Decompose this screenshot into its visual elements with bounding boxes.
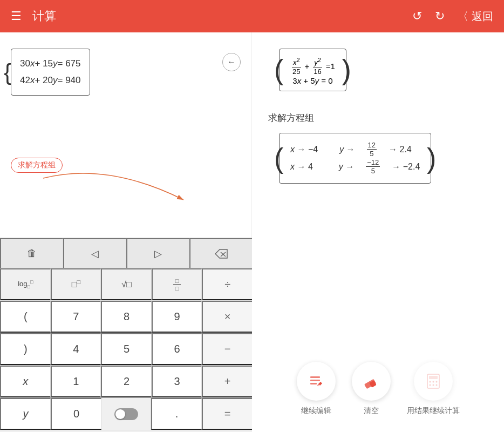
- equation-line-2: 42x + 20y = 940: [20, 72, 81, 89]
- result-r2-ydec: → −2.4: [392, 158, 420, 176]
- result-row-1: x → −4 y → 12 5 → 2.4: [290, 141, 420, 158]
- key-8[interactable]: 8: [101, 301, 152, 333]
- key-4[interactable]: 4: [51, 333, 101, 365]
- action-buttons: 继续编辑 清空: [297, 362, 460, 416]
- key-equals[interactable]: =: [202, 398, 252, 430]
- keyboard-row-456: ) 4 5 6 −: [0, 333, 252, 366]
- key-y[interactable]: y: [0, 398, 51, 430]
- svg-point-16: [435, 384, 437, 386]
- result-r1-x: x → −4: [290, 141, 318, 158]
- continue-edit-label: 继续编辑: [301, 406, 331, 416]
- left-panel: 30x + 15y = 675 42x + 20y = 940 ← 求解方程组: [0, 32, 252, 238]
- keyboard-row-123: x 1 2 3 +: [0, 366, 252, 398]
- svg-rect-4: [310, 380, 320, 381]
- solve-result-label: 求解方程组: [268, 112, 488, 124]
- menu-icon[interactable]: ☰: [11, 9, 22, 23]
- key-log[interactable]: log□□: [0, 268, 51, 300]
- header-actions: ↺ ↻ 〈 返回: [412, 9, 493, 24]
- key-divide[interactable]: ÷: [202, 268, 252, 300]
- toggle-knob: [115, 409, 125, 419]
- use-result-container: 用结果继续计算: [407, 362, 460, 416]
- equation-line-1: 30x + 15y = 675: [20, 56, 81, 72]
- prev-button[interactable]: ◁: [63, 238, 126, 268]
- key-close-paren[interactable]: ): [0, 333, 51, 365]
- svg-point-14: [429, 384, 431, 386]
- result-r1-yfrac: 12 5: [367, 141, 377, 158]
- key-0[interactable]: 0: [51, 398, 101, 430]
- key-3[interactable]: 3: [152, 366, 202, 397]
- svg-point-11: [429, 381, 431, 383]
- result-r1-ydec: → 2.4: [389, 141, 412, 158]
- key-7[interactable]: 7: [51, 301, 101, 333]
- redo-button[interactable]: ↻: [435, 9, 445, 23]
- result-box: x → −4 y → 12 5 → 2.4 x → 4 y → −12 5: [279, 133, 431, 184]
- key-2[interactable]: 2: [101, 366, 152, 397]
- sys-eq-frac2: y216: [311, 57, 323, 76]
- key-multiply[interactable]: ×: [202, 301, 252, 333]
- system-eq-display: x225 + y216 =1 3x + 5y = 0: [279, 49, 346, 91]
- keyboard-row-functions: log□□ □□ √□ □ □ ÷: [0, 268, 252, 301]
- key-9[interactable]: 9: [152, 301, 202, 333]
- backspace-key-button[interactable]: [189, 238, 252, 268]
- key-dot[interactable]: .: [151, 398, 202, 430]
- undo-button[interactable]: ↺: [412, 9, 422, 23]
- key-fraction[interactable]: □ □: [152, 268, 202, 300]
- right-panel: x225 + y216 =1 3x + 5y = 0 求解方程组 x → −4 …: [252, 32, 504, 238]
- key-x[interactable]: x: [0, 366, 51, 397]
- continue-edit-container: 继续编辑: [297, 362, 336, 416]
- toggle-switch[interactable]: [114, 408, 138, 420]
- key-sqrt[interactable]: √□: [101, 268, 152, 300]
- svg-point-13: [435, 381, 437, 383]
- app-header: ☰ 计算 ↺ ↻ 〈 返回: [0, 0, 504, 32]
- svg-point-12: [432, 381, 434, 383]
- svg-point-15: [432, 384, 434, 386]
- back-button[interactable]: 〈 返回: [458, 9, 493, 24]
- main-content: 30x + 15y = 675 42x + 20y = 940 ← 求解方程组 …: [0, 32, 504, 238]
- keyboard-row-y0: y 0 . =: [0, 398, 252, 430]
- edit-icon: [308, 373, 325, 390]
- clear-button[interactable]: [352, 362, 391, 401]
- next-button[interactable]: ▷: [126, 238, 189, 268]
- key-6[interactable]: 6: [152, 333, 202, 365]
- use-result-label: 用结果继续计算: [407, 406, 460, 416]
- key-minus[interactable]: −: [202, 333, 252, 365]
- use-result-button[interactable]: [414, 362, 453, 401]
- result-r2-x: x → 4: [290, 158, 313, 176]
- svg-rect-3: [310, 376, 320, 378]
- continue-edit-button[interactable]: [297, 362, 336, 401]
- svg-rect-10: [429, 376, 438, 379]
- key-1[interactable]: 1: [51, 366, 101, 397]
- calculator-icon: [425, 373, 441, 389]
- key-5[interactable]: 5: [101, 333, 152, 365]
- delete-button[interactable]: 🗑: [0, 238, 63, 268]
- keyboard: 🗑 ◁ ▷ log□□ □□ √□: [0, 238, 252, 432]
- eraser-icon: [362, 372, 381, 391]
- input-equation-box: 30x + 15y = 675 42x + 20y = 940: [11, 49, 90, 96]
- key-plus[interactable]: +: [202, 366, 252, 397]
- result-row-2: x → 4 y → −12 5 → −2.4: [290, 158, 420, 176]
- keyboard-row-789: ( 7 8 9 ×: [0, 301, 252, 333]
- keyboard-top-row: 🗑 ◁ ▷: [0, 238, 252, 268]
- svg-line-6: [318, 384, 318, 386]
- toggle-container: [101, 398, 151, 430]
- bottom-area: 🗑 ◁ ▷ log□□ □□ √□: [0, 238, 504, 432]
- sys-eq-line2: 3x + 5y = 0: [290, 76, 335, 85]
- page-title: 计算: [32, 8, 401, 24]
- key-open-paren[interactable]: (: [0, 301, 51, 333]
- svg-rect-5: [310, 383, 317, 384]
- right-bottom-panel: 继续编辑 清空: [252, 238, 504, 432]
- solve-tag[interactable]: 求解方程组: [11, 158, 63, 173]
- backspace-button[interactable]: ←: [222, 53, 241, 71]
- result-r2-yfrac: −12 5: [366, 158, 380, 176]
- clear-container: 清空: [352, 362, 391, 416]
- clear-label: 清空: [364, 406, 379, 416]
- key-power[interactable]: □□: [51, 268, 101, 300]
- sys-eq-frac1: x225: [290, 57, 302, 76]
- curved-arrow: [11, 173, 194, 227]
